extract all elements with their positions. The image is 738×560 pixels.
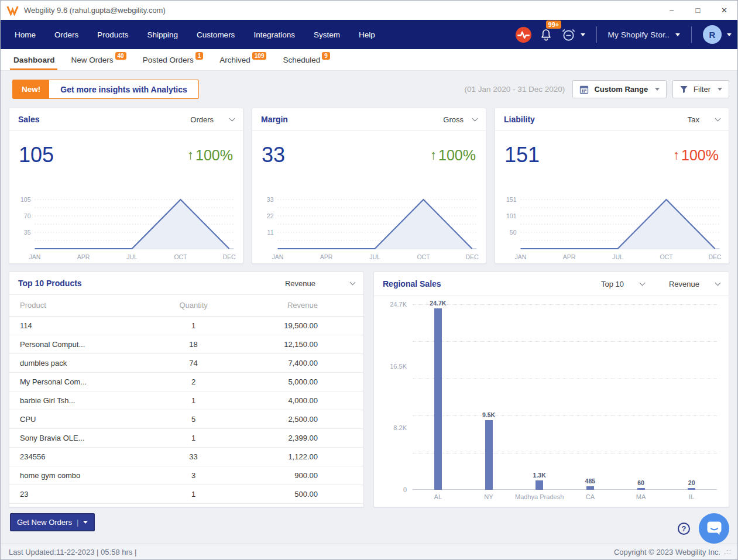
tab-count-badge: 9 xyxy=(322,52,330,60)
table-row[interactable]: Personal Comput...1812,150.00 xyxy=(9,335,363,353)
tab-scheduled[interactable]: Scheduled 9 xyxy=(274,50,338,70)
bar-group: 60 xyxy=(616,479,667,490)
kpi-card-margin: Margin Gross 33 ↑ 100% 332211JANAPRJULOC… xyxy=(252,108,486,264)
dashboard-tabbar: Dashboard New Orders 40 Posted Orders 1 … xyxy=(1,49,737,71)
dashboard-content: New! Get more insights with Analytics (0… xyxy=(1,71,737,544)
sales-trend-chart: 1057035JANAPRJULOCTDEC xyxy=(9,190,243,263)
close-button[interactable]: ✕ xyxy=(711,1,737,20)
bar-value-label: 9.5K xyxy=(482,411,495,418)
svg-text:APR: APR xyxy=(77,253,90,260)
table-row[interactable]: 231500.00 xyxy=(9,485,363,503)
chevron-down-icon xyxy=(715,116,721,122)
table-row[interactable]: CPU52,500.00 xyxy=(9,410,363,428)
tab-archived[interactable]: Archived 109 xyxy=(211,50,274,70)
store-selector[interactable]: My Shopify Stor.. xyxy=(608,30,680,39)
kpi-card-liability: Liability Tax 151 ↑ 100% 15110150JANAPRJ… xyxy=(495,108,729,264)
kpi-metric-selector[interactable]: Gross xyxy=(443,115,477,124)
svg-text:33: 33 xyxy=(267,196,274,203)
kpi-row: Sales Orders 105 ↑ 100% 1057035JANAPRJUL… xyxy=(9,108,729,264)
notifications-bell-icon[interactable]: 99+ xyxy=(539,27,553,42)
table-row[interactable]: My Personal Com...25,000.00 xyxy=(9,372,363,391)
table-row[interactable]: dumbles pack747,400.00 xyxy=(9,353,363,372)
bar-group: 1.3K xyxy=(514,472,565,490)
svg-text:151: 151 xyxy=(506,196,517,203)
kpi-metric-selector[interactable]: Orders xyxy=(190,115,234,124)
nav-item-customers[interactable]: Customers xyxy=(187,20,244,49)
tab-new-orders[interactable]: New Orders 40 xyxy=(63,50,135,70)
chevron-down-icon xyxy=(350,280,356,286)
bar xyxy=(434,308,442,490)
filter-button[interactable]: Filter xyxy=(672,80,729,98)
svg-text:APR: APR xyxy=(320,253,333,260)
custom-range-button[interactable]: Custom Range xyxy=(572,80,667,98)
chevron-down-icon xyxy=(83,521,88,524)
table-row[interactable]: home gym combo3900.00 xyxy=(9,466,363,485)
regional-title: Regional Sales xyxy=(383,279,441,288)
regional-bars: 24.7K9.5K1.3K4856020 xyxy=(413,304,717,490)
svg-text:70: 70 xyxy=(24,212,31,219)
products-metric-selector[interactable]: Revenue xyxy=(285,279,355,288)
kpi-value: 33 xyxy=(262,143,285,167)
notification-count-badge: 99+ xyxy=(546,20,562,29)
x-axis-label: MA xyxy=(616,493,667,501)
content-footer: Get New Orders | ? xyxy=(9,513,729,544)
user-menu[interactable]: R xyxy=(703,25,732,44)
help-icon[interactable]: ? xyxy=(678,523,690,535)
tab-count-badge: 1 xyxy=(195,52,204,60)
svg-text:11: 11 xyxy=(267,229,274,236)
regional-metric-selector[interactable]: Revenue xyxy=(669,280,720,288)
svg-text:JUL: JUL xyxy=(369,253,380,260)
kpi-metric-selector[interactable]: Tax xyxy=(688,115,720,124)
svg-text:OCT: OCT xyxy=(417,253,430,260)
nav-item-orders[interactable]: Orders xyxy=(45,20,88,49)
activity-pulse-icon[interactable] xyxy=(516,27,531,43)
svg-text:OCT: OCT xyxy=(174,253,187,260)
maximize-button[interactable]: □ xyxy=(685,1,711,20)
chevron-down-icon xyxy=(229,116,235,122)
svg-text:105: 105 xyxy=(20,196,31,203)
table-row[interactable]: Sony Bravia OLE...12,399.00 xyxy=(9,428,363,447)
chevron-down-icon xyxy=(675,33,680,36)
get-new-orders-button[interactable]: Get New Orders | xyxy=(10,513,95,531)
svg-text:OCT: OCT xyxy=(660,253,673,260)
tab-dashboard[interactable]: Dashboard xyxy=(5,50,63,70)
svg-text:50: 50 xyxy=(510,229,517,236)
chevron-down-icon xyxy=(640,280,646,286)
svg-text:DEC: DEC xyxy=(465,253,479,260)
table-row[interactable]: barbie Girl Tsh...14,000.00 xyxy=(9,391,363,410)
nav-item-help[interactable]: Help xyxy=(349,20,385,49)
table-row[interactable]: 234556331,122.00 xyxy=(9,447,363,466)
bar xyxy=(485,420,493,490)
up-arrow-icon: ↑ xyxy=(430,147,437,163)
regional-topn-selector[interactable]: Top 10 xyxy=(601,280,644,288)
liability-trend-chart: 15110150JANAPRJULOCTDEC xyxy=(495,190,729,263)
minimize-button[interactable]: – xyxy=(658,1,685,20)
regional-plot: 24.7K9.5K1.3K4856020 24.7K16.5K8.2K0 xyxy=(382,304,719,490)
kpi-card-sales: Sales Orders 105 ↑ 100% 1057035JANAPRJUL… xyxy=(9,108,243,264)
scheduler-alarm-icon[interactable] xyxy=(561,27,585,43)
chevron-down-icon xyxy=(472,116,478,122)
store-selector-label: My Shopify Stor.. xyxy=(608,30,670,39)
avatar: R xyxy=(703,25,722,44)
kpi-title: Margin xyxy=(261,115,288,124)
nav-item-products[interactable]: Products xyxy=(88,20,138,49)
resize-grip[interactable]: .:: xyxy=(724,548,732,556)
nav-item-shipping[interactable]: Shipping xyxy=(138,20,188,49)
chat-bubble-icon[interactable] xyxy=(699,513,729,544)
nav-item-home[interactable]: Home xyxy=(5,20,45,49)
svg-text:JAN: JAN xyxy=(515,253,527,260)
webgility-logo-icon xyxy=(6,5,19,16)
x-axis-label: AL xyxy=(413,493,464,501)
tab-posted-orders[interactable]: Posted Orders 1 xyxy=(135,50,212,70)
dashboard-toolbar: New! Get more insights with Analytics (0… xyxy=(9,80,729,99)
x-axis-label: IL xyxy=(666,493,717,501)
divider xyxy=(596,26,597,43)
x-axis-label: CA xyxy=(565,493,616,501)
table-row[interactable]: 114119,500.00 xyxy=(9,316,363,335)
kpi-value: 151 xyxy=(504,143,540,167)
svg-text:101: 101 xyxy=(506,212,517,219)
kpi-change: ↑ 100% xyxy=(430,147,476,164)
nav-item-integrations[interactable]: Integrations xyxy=(244,20,304,49)
analytics-promo-button[interactable]: New! Get more insights with Analytics xyxy=(12,80,199,99)
nav-item-system[interactable]: System xyxy=(304,20,349,49)
